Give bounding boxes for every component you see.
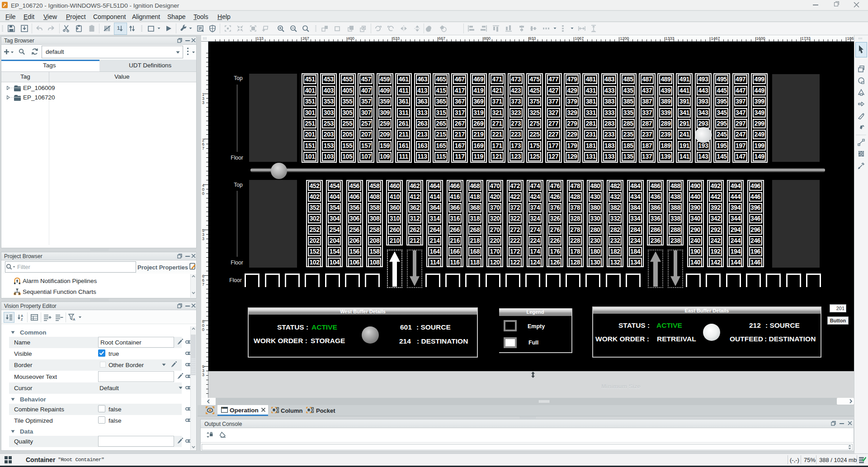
svg-text:A: A [21,314,23,317]
svg-text:1: 1 [117,25,120,31]
svg-text:A: A [73,317,75,321]
svg-text:Z: Z [21,318,23,321]
